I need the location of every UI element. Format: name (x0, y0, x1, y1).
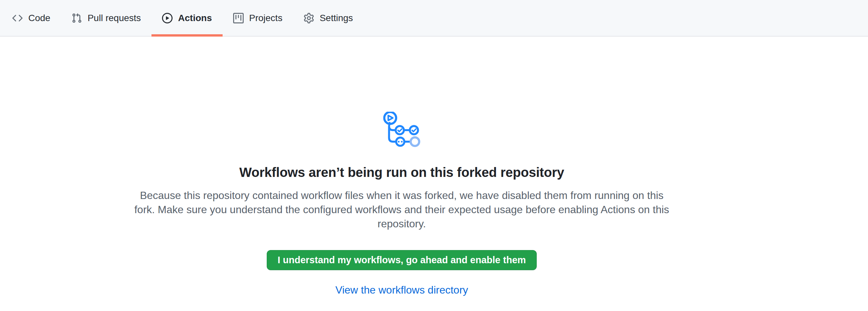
gear-icon (304, 13, 314, 23)
tab-settings-label: Settings (320, 13, 353, 23)
actions-disabled-blankslate: Workflows aren’t being run on this forke… (128, 37, 675, 296)
enable-workflows-button[interactable]: I understand my workflows, go ahead and … (267, 250, 537, 270)
tab-code[interactable]: Code (2, 0, 61, 36)
code-icon (12, 13, 23, 23)
blankslate-description: Because this repository contained workfl… (133, 188, 671, 231)
repo-tab-bar: Code Pull requests Actions Projects Sett… (0, 0, 868, 37)
git-pull-request-icon (71, 13, 82, 23)
tab-settings[interactable]: Settings (293, 0, 364, 36)
tab-actions-label: Actions (178, 13, 212, 23)
play-icon (162, 13, 173, 23)
tab-code-label: Code (28, 13, 51, 23)
tab-projects[interactable]: Projects (223, 0, 293, 36)
workflow-graph-icon (383, 112, 421, 148)
view-workflows-directory-link[interactable]: View the workflows directory (335, 284, 468, 296)
tab-pull-requests-label: Pull requests (88, 13, 141, 23)
project-icon (233, 13, 244, 23)
tab-actions[interactable]: Actions (152, 0, 223, 36)
tab-projects-label: Projects (249, 13, 282, 23)
tab-pull-requests[interactable]: Pull requests (61, 0, 152, 36)
blankslate-heading: Workflows aren’t being run on this forke… (128, 165, 675, 180)
